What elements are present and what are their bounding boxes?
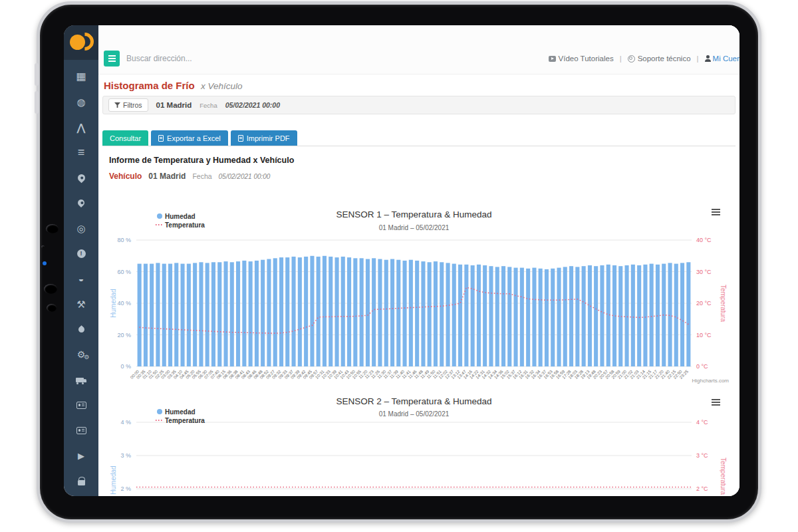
filter-fecha-label: Fecha xyxy=(200,102,217,109)
play-icon: ▶ xyxy=(78,452,84,460)
gauge-icon: ◒ xyxy=(78,274,84,283)
id-card-alt-icon xyxy=(76,427,86,434)
sensor1-chart: 80 %40 °C60 %30 °C40 %20 °C20 %10 °C0 %0… xyxy=(98,200,730,394)
filter-fecha-value: 05/02/2021 00:00 xyxy=(225,101,280,109)
logo-arc-icon xyxy=(72,29,97,54)
topbar-links: Vídeo Tutoriales | Soporte técnico | Mi … xyxy=(549,55,739,63)
right-axis-title: Temperatura xyxy=(720,458,727,495)
temperature-line xyxy=(140,287,689,333)
topbar-separator: | xyxy=(620,55,622,63)
hamburger-icon xyxy=(108,58,116,59)
my-account-label: Mi Cuenta xyxy=(713,55,739,63)
filters-label: Filtros xyxy=(123,101,142,109)
sidebar-item-truck[interactable] xyxy=(64,367,98,392)
humedad-legend-marker xyxy=(157,213,162,219)
chart-title: SENSOR 1 – Temperatura & Humedad xyxy=(336,209,492,219)
topbar: Vídeo Tutoriales | Soporte técnico | Mi … xyxy=(98,25,739,74)
chart-legend[interactable]: Humedad Temperatura xyxy=(156,408,205,424)
sidebar-item-fuel-drop[interactable] xyxy=(64,317,98,342)
tablet-volume-down-button xyxy=(35,91,39,114)
svg-text:2 %: 2 % xyxy=(120,485,131,492)
filter-vehicle-value: 01 Madrid xyxy=(156,101,192,109)
humedad-legend-marker xyxy=(157,409,162,414)
svg-text:10 °C: 10 °C xyxy=(696,332,712,338)
routes-icon: ⋀ xyxy=(77,122,85,132)
consultar-button[interactable]: Consultar xyxy=(102,130,148,146)
svg-text:Humedad: Humedad xyxy=(165,408,196,416)
svg-text:0 °C: 0 °C xyxy=(696,363,708,370)
sidebar-item-lock[interactable] xyxy=(64,468,98,493)
export-excel-button[interactable]: Exportar a Excel xyxy=(151,130,228,146)
truck-icon xyxy=(76,378,84,382)
sidebar-item-id-card-alt[interactable] xyxy=(64,418,98,443)
dashboard-icon: ▦ xyxy=(76,71,86,82)
page-title-suffix: x Vehículo xyxy=(201,81,243,91)
sidebar-item-list[interactable]: ≡ xyxy=(64,140,98,165)
excel-file-icon xyxy=(158,135,164,142)
sidebar-nav: ▦◍⋀≡◎◒⚒⚙▶ xyxy=(64,64,98,493)
print-pdf-label: Imprimir PDF xyxy=(247,134,290,142)
video-tutorials-link[interactable]: Vídeo Tutoriales xyxy=(549,55,614,63)
list-icon: ≡ xyxy=(78,146,85,158)
pdf-file-icon xyxy=(238,135,243,142)
topbar-separator-2: | xyxy=(697,55,699,63)
report-vehiculo-value: 01 Madrid xyxy=(148,172,186,181)
my-account-link[interactable]: Mi Cuenta xyxy=(705,55,739,63)
svg-text:40 %: 40 % xyxy=(117,300,131,307)
sidebar-item-routes[interactable]: ⋀ xyxy=(64,114,98,140)
sidebar-item-gauge[interactable]: ◒ xyxy=(64,266,98,291)
tablet-frame: ▦◍⋀≡◎◒⚒⚙▶ Vídeo Tutoriales | Soporte téc… xyxy=(37,1,761,523)
svg-text:4 %: 4 % xyxy=(120,419,131,426)
chart-legend[interactable]: Humedad Temperatura xyxy=(156,213,205,229)
filters-button[interactable]: Filtros xyxy=(108,98,148,112)
sidebar-item-id-card[interactable] xyxy=(64,392,98,418)
sidebar: ▦◍⋀≡◎◒⚒⚙▶ xyxy=(64,25,98,496)
support-label: Soporte técnico xyxy=(638,55,691,63)
report-subtitle: Vehículo 01 Madrid Fecha 05/02/2021 00:0… xyxy=(109,172,270,181)
report-title: Informe de Temperatura y Humedad x Vehíc… xyxy=(109,156,294,165)
svg-text:3 %: 3 % xyxy=(120,452,131,459)
svg-text:80 %: 80 % xyxy=(117,237,131,243)
sensor1-chart-svg: 80 %40 °C60 %30 °C40 %20 °C20 %10 °C0 %0… xyxy=(98,200,730,394)
page-title-main: Histograma de Frío xyxy=(104,80,195,91)
support-link[interactable]: Soporte técnico xyxy=(628,55,691,63)
right-axis-title: Temperatura xyxy=(720,285,727,323)
menu-toggle-button[interactable] xyxy=(104,51,120,66)
sidebar-item-play[interactable]: ▶ xyxy=(64,443,98,468)
chart-context-menu-icon[interactable] xyxy=(712,209,720,215)
print-pdf-button[interactable]: Imprimir PDF xyxy=(231,130,297,146)
sidebar-item-map-pin[interactable] xyxy=(64,165,98,190)
main-content: Vídeo Tutoriales | Soporte técnico | Mi … xyxy=(98,25,739,496)
sidebar-item-wrench[interactable]: ⚒ xyxy=(64,291,98,317)
funnel-icon xyxy=(114,102,120,108)
sidebar-item-alerts[interactable] xyxy=(64,241,98,266)
tablet-camera-lens-3 xyxy=(47,304,57,312)
tablet-camera-lens-2 xyxy=(44,284,57,294)
tablet-sensor-dot xyxy=(43,261,47,265)
x-axis-labels: 00:0000:3501:1001:5002:2503:0003:3504:10… xyxy=(129,368,689,379)
left-axis-title: Humedad xyxy=(110,466,117,494)
svg-text:30 °C: 30 °C xyxy=(696,269,712,275)
tablet-screen: ▦◍⋀≡◎◒⚒⚙▶ Vídeo Tutoriales | Soporte téc… xyxy=(64,25,739,496)
highcharts-credits: Highcharts.com xyxy=(692,378,729,384)
report-fecha-label: Fecha xyxy=(192,172,211,180)
app-logo[interactable] xyxy=(64,25,98,60)
sidebar-item-globe[interactable]: ◍ xyxy=(64,89,98,114)
chart-context-menu-icon[interactable] xyxy=(712,399,720,406)
tablet-volume-up-button xyxy=(35,63,39,86)
sidebar-item-dashboard[interactable]: ▦ xyxy=(64,64,98,89)
search-input[interactable] xyxy=(126,51,273,66)
sidebar-item-settings-cogs[interactable]: ⚙ xyxy=(64,342,98,367)
svg-text:Temperatura: Temperatura xyxy=(165,417,205,424)
lock-icon xyxy=(78,480,85,485)
sidebar-item-target[interactable]: ◎ xyxy=(64,215,98,241)
alerts-icon xyxy=(77,249,86,258)
svg-text:2 °C: 2 °C xyxy=(696,485,708,492)
sidebar-item-map-pin-alt[interactable] xyxy=(64,190,98,215)
svg-text:0 %: 0 % xyxy=(120,363,131,370)
humidity-bars xyxy=(138,256,691,366)
map-pin-icon xyxy=(76,172,86,183)
svg-text:Temperatura: Temperatura xyxy=(165,221,205,229)
support-icon xyxy=(628,55,635,63)
svg-text:20 %: 20 % xyxy=(117,332,131,338)
